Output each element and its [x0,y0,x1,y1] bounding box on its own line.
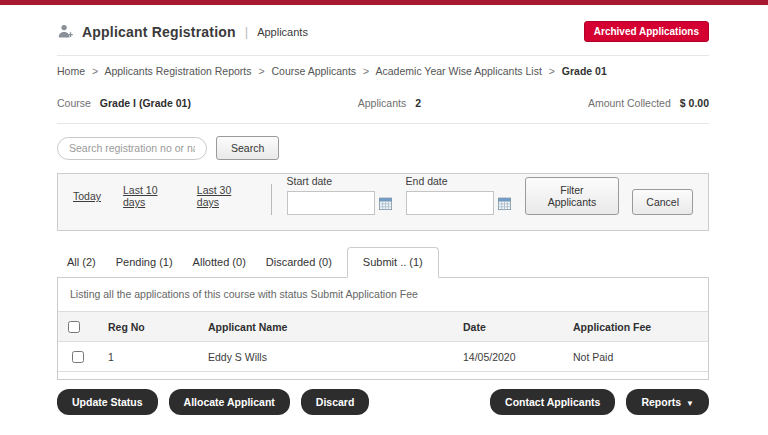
cell-applicant-name: Eddy S Wills [198,342,453,372]
course-summary-row: Course Grade I (Grade 01) Applicants 2 A… [57,85,709,123]
tab-all[interactable]: All (2) [57,248,106,277]
update-status-button[interactable]: Update Status [57,389,158,415]
start-date-label: Start date [287,175,392,187]
search-row: Search [57,124,709,173]
calendar-icon[interactable] [379,197,392,210]
tab-submit-application-fee[interactable]: Submit .. (1) [347,247,439,278]
column-date: Date [453,312,563,342]
applicants-label: Applicants [358,97,406,109]
listing-description: Listing all the applications of this cou… [58,278,708,312]
last-10-days-link[interactable]: Last 10 days [123,184,175,208]
page-subtitle: Applicants [257,26,308,38]
person-add-icon [57,23,74,40]
last-30-days-link[interactable]: Last 30 days [197,184,249,208]
search-button[interactable]: Search [216,136,279,160]
cell-application-fee: Not Paid [563,342,708,372]
breadcrumb-home[interactable]: Home [57,65,85,77]
search-input[interactable] [57,137,207,160]
filter-applicants-button[interactable]: Filter Applicants [525,177,620,215]
breadcrumb-separator: > [363,65,369,77]
page-title: Applicant Registration [82,24,236,40]
start-date-input[interactable] [287,191,375,215]
tab-bar: All (2) Pending (1) Allotted (0) Discard… [57,247,709,277]
table-header-row: Reg No Applicant Name Date Application F… [58,312,708,342]
reports-button-label: Reports [641,396,681,408]
allocate-applicant-button[interactable]: Allocate Applicant [169,389,290,415]
row-checkbox[interactable] [72,351,84,363]
today-link[interactable]: Today [73,190,101,202]
reports-button[interactable]: Reports▼ [626,389,709,415]
course-value: Grade I (Grade 01) [100,97,191,109]
tab-pending[interactable]: Pending (1) [106,248,183,277]
archived-applications-button[interactable]: Archived Applications [584,21,709,42]
applicants-count: 2 [415,97,421,109]
cancel-button[interactable]: Cancel [632,189,693,215]
tab-discarded[interactable]: Discarded (0) [256,248,342,277]
action-bar: Update Status Allocate Applicant Discard… [57,389,709,415]
tab-allotted[interactable]: Allotted (0) [183,248,256,277]
applicants-table: Reg No Applicant Name Date Application F… [58,312,708,372]
title-divider: | [245,24,248,39]
amount-collected-label: Amount Collected [588,97,671,109]
end-date-input[interactable] [406,191,494,215]
filter-panel: Today Last 10 days Last 30 days Start da… [57,173,709,231]
breadcrumb-applicants-registration-reports[interactable]: Applicants Registration Reports [104,65,251,77]
breadcrumb-separator: > [92,65,98,77]
column-application-fee: Application Fee [563,312,708,342]
breadcrumb-separator: > [258,65,264,77]
column-reg-no: Reg No [98,312,198,342]
course-label: Course [57,97,91,109]
end-date-label: End date [406,175,511,187]
applicants-panel: Listing all the applications of this cou… [57,277,709,380]
start-date-group: Start date [287,175,392,215]
cell-reg-no: 1 [98,342,198,372]
breadcrumb-academic-year-wise-list[interactable]: Academic Year Wise Applicants List [376,65,542,77]
amount-collected-value: $ 0.00 [680,97,709,109]
breadcrumb-current: Grade 01 [562,65,607,77]
end-date-group: End date [406,175,511,215]
breadcrumb: Home > Applicants Registration Reports >… [57,56,709,85]
caret-down-icon: ▼ [686,399,694,408]
breadcrumb-separator: > [549,65,555,77]
table-row[interactable]: 1 Eddy S Wills 14/05/2020 Not Paid [58,342,708,372]
filter-vertical-divider [271,184,272,215]
column-applicant-name: Applicant Name [198,312,453,342]
select-all-checkbox[interactable] [68,321,80,333]
cell-date: 14/05/2020 [453,342,563,372]
calendar-icon[interactable] [498,197,511,210]
page-header: Applicant Registration | Applicants Arch… [57,5,709,55]
quick-date-links: Today Last 10 days Last 30 days [73,184,271,208]
discard-button[interactable]: Discard [301,389,370,415]
contact-applicants-button[interactable]: Contact Applicants [490,389,615,415]
breadcrumb-course-applicants[interactable]: Course Applicants [271,65,356,77]
